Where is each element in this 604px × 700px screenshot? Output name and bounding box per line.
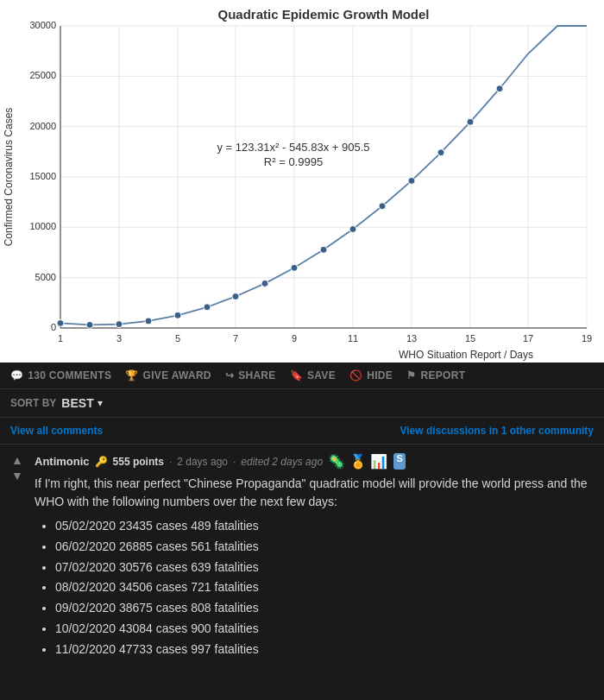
svg-text:30000: 30000 — [29, 20, 56, 30]
comment-icon: 💬 — [10, 369, 23, 382]
prediction-item: 11/02/2020 47733 cases 997 fatalities — [55, 640, 594, 660]
key-icon: 🔑 — [95, 456, 108, 468]
save-label: Save — [307, 369, 336, 382]
view-discussions-link[interactable]: View discussions in 1 other community — [400, 425, 594, 437]
svg-point-50 — [291, 264, 298, 271]
downvote-button[interactable]: ▼ — [10, 469, 24, 482]
prediction-item: 08/02/2020 34506 cases 721 fatalities — [55, 577, 594, 598]
svg-text:5: 5 — [175, 333, 180, 344]
comment-text: If I'm right, this near perfect "Chinese… — [35, 475, 594, 660]
svg-text:7: 7 — [233, 333, 238, 344]
svg-point-48 — [232, 293, 239, 300]
comments-action[interactable]: 💬 130 Comments — [10, 369, 111, 382]
svg-text:10000: 10000 — [29, 221, 56, 231]
svg-point-52 — [349, 226, 356, 233]
upvote-button[interactable]: ▲ — [10, 453, 24, 467]
hide-icon: 🚫 — [349, 369, 362, 382]
flag-icon: ⚑ — [406, 369, 416, 382]
comment-section: ▲ ▼ Antimonic 🔑 555 points · 2 days ago … — [0, 445, 604, 676]
svg-point-55 — [437, 149, 444, 156]
sort-dropdown[interactable]: BEST ▾ — [61, 396, 102, 410]
prediction-item: 09/02/2020 38675 cases 808 fatalities — [55, 598, 594, 619]
svg-text:17: 17 — [523, 333, 533, 344]
prediction-item: 07/02/2020 30576 cases 639 fatalities — [55, 558, 594, 578]
svg-text:15000: 15000 — [29, 171, 56, 181]
vote-buttons: ▲ ▼ — [10, 453, 24, 667]
sort-value: BEST — [61, 396, 93, 410]
username: Antimonic — [35, 455, 90, 468]
svg-rect-0 — [0, 0, 604, 363]
svg-point-54 — [408, 177, 415, 184]
action-bar: 💬 130 Comments 🏆 Give Award ↪ Share 🔖 Sa… — [0, 363, 604, 389]
predictions-list: 05/02/2020 23435 cases 489 fatalities 06… — [35, 516, 594, 660]
share-label: Share — [238, 369, 276, 382]
share-icon: ↪ — [225, 369, 234, 382]
comments-label: 130 Comments — [28, 369, 111, 382]
svg-point-45 — [145, 318, 152, 325]
svg-text:20000: 20000 — [29, 121, 56, 131]
prediction-item: 06/02/2020 26885 cases 561 fatalities — [55, 537, 594, 558]
svg-text:5000: 5000 — [35, 272, 56, 282]
report-label: Report — [420, 369, 465, 382]
separator2: · — [233, 456, 236, 468]
edited-label: edited 2 days ago — [241, 456, 323, 468]
prediction-item: 10/02/2020 43084 cases 900 fatalities — [55, 619, 594, 640]
time-ago: 2 days ago — [177, 456, 228, 468]
view-all-comments-link[interactable]: View all comments — [10, 425, 103, 437]
svg-point-46 — [174, 312, 181, 318]
award-icon: 🏆 — [125, 369, 138, 382]
separator: · — [169, 456, 172, 468]
sort-label: SORT BY — [10, 397, 56, 409]
svg-point-56 — [467, 118, 474, 125]
give-award-action[interactable]: 🏆 Give Award — [125, 369, 211, 382]
share-action[interactable]: ↪ Share — [225, 369, 276, 382]
svg-text:y = 123.31x² - 545.83x + 905.5: y = 123.31x² - 545.83x + 905.5 — [217, 141, 369, 154]
svg-point-53 — [379, 203, 386, 210]
comment-meta: Antimonic 🔑 555 points · 2 days ago · ed… — [35, 453, 594, 470]
save-action[interactable]: 🔖 Save — [290, 369, 336, 382]
report-action[interactable]: ⚑ Report — [406, 369, 465, 382]
svg-point-47 — [204, 304, 211, 311]
chart-container: 0 5000 10000 15000 20000 25000 30000 1 3… — [0, 0, 604, 363]
points: 555 points — [113, 456, 164, 468]
give-award-label: Give Award — [143, 369, 211, 382]
sort-bar: SORT BY BEST ▾ — [0, 389, 604, 418]
svg-point-43 — [86, 321, 93, 328]
svg-text:Confirmed Coronavirus Cases: Confirmed Coronavirus Cases — [3, 108, 15, 247]
svg-point-51 — [320, 246, 327, 253]
svg-point-44 — [116, 321, 123, 328]
svg-text:19: 19 — [582, 333, 592, 344]
svg-text:11: 11 — [348, 333, 358, 344]
hide-label: Hide — [367, 369, 393, 382]
svg-text:WHO Situation Report / Days: WHO Situation Report / Days — [399, 349, 533, 361]
view-links: View all comments View discussions in 1 … — [0, 418, 604, 445]
hide-action[interactable]: 🚫 Hide — [349, 369, 393, 382]
svg-text:15: 15 — [465, 333, 475, 344]
svg-point-49 — [261, 280, 268, 287]
svg-text:R² = 0.9995: R² = 0.9995 — [264, 155, 323, 168]
svg-text:3: 3 — [116, 333, 122, 344]
chevron-down-icon: ▾ — [98, 397, 103, 409]
svg-text:25000: 25000 — [29, 70, 56, 80]
comment-intro: If I'm right, this near perfect "Chinese… — [35, 476, 588, 508]
svg-text:Quadratic Epidemic Growth Mode: Quadratic Epidemic Growth Model — [217, 7, 429, 22]
svg-point-42 — [57, 319, 64, 326]
svg-text:0: 0 — [51, 322, 56, 332]
svg-text:1: 1 — [58, 333, 63, 344]
svg-text:13: 13 — [406, 333, 417, 344]
prediction-item: 05/02/2020 23435 cases 489 fatalities — [55, 516, 594, 537]
comment-item: ▲ ▼ Antimonic 🔑 555 points · 2 days ago … — [10, 453, 594, 667]
flair-icons: 🦠 🏅 📊 S — [328, 453, 406, 470]
comment-content: Antimonic 🔑 555 points · 2 days ago · ed… — [35, 453, 594, 667]
svg-point-57 — [496, 85, 503, 92]
save-icon: 🔖 — [290, 369, 303, 382]
svg-text:9: 9 — [292, 333, 297, 344]
